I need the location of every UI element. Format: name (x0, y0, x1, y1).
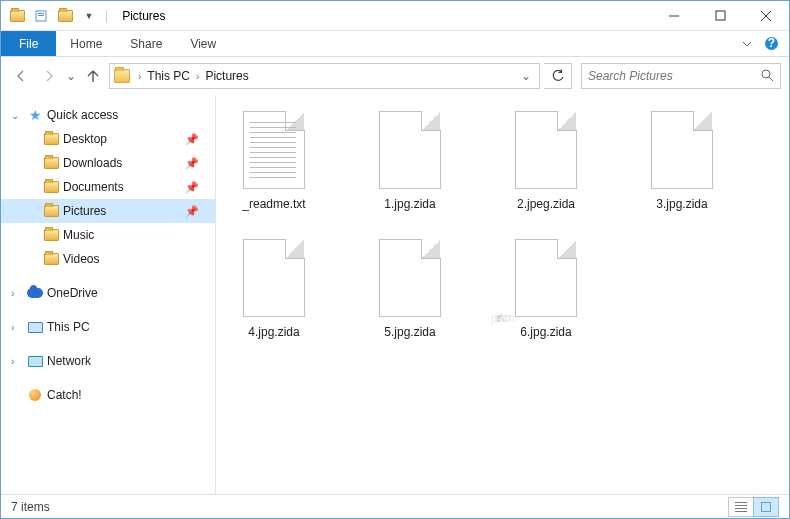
chevron-right-icon[interactable]: › (11, 288, 23, 299)
qat-dropdown-icon[interactable]: ▼ (81, 8, 97, 24)
search-input[interactable] (581, 63, 781, 89)
properties-qat-icon[interactable] (33, 8, 49, 24)
unknown-file-icon (515, 239, 577, 317)
sidebar-item-label: Downloads (63, 156, 122, 170)
new-folder-qat-icon[interactable] (57, 8, 73, 24)
svg-point-9 (762, 70, 770, 78)
sidebar-label: Catch! (47, 388, 82, 402)
file-name: 3.jpg.zida (634, 197, 730, 211)
up-button[interactable] (81, 64, 105, 88)
recent-locations-dropdown[interactable]: ⌄ (65, 69, 77, 83)
unknown-file-icon (515, 111, 577, 189)
file-name: 4.jpg.zida (226, 325, 322, 339)
tab-share[interactable]: Share (116, 31, 176, 56)
sidebar-network[interactable]: ›Network (1, 349, 215, 373)
navigation-row: ⌄ › This PC › Pictures ⌄ (1, 57, 789, 95)
sidebar-quick-access[interactable]: ⌄ ★ Quick access (1, 103, 215, 127)
chevron-right-icon[interactable]: › (11, 322, 23, 333)
pin-icon: 📌 (185, 181, 199, 194)
sidebar-item-pictures[interactable]: Pictures📌 (1, 199, 215, 223)
svg-text:?: ? (767, 36, 774, 50)
file-item[interactable]: 4.jpg.zida (226, 239, 322, 339)
sidebar-item-videos[interactable]: Videos (1, 247, 215, 271)
unknown-file-icon (243, 239, 305, 317)
breadcrumb[interactable]: › This PC › Pictures ⌄ (109, 63, 540, 89)
history-dropdown-icon[interactable]: ⌄ (521, 69, 531, 83)
unknown-file-icon (379, 111, 441, 189)
file-name: _readme.txt (226, 197, 322, 211)
large-icons-view-button[interactable] (753, 497, 779, 517)
file-name: 1.jpg.zida (362, 197, 458, 211)
content-pane[interactable]: pcrisk.com _readme.txt1.jpg.zida2.jpeg.z… (216, 95, 789, 494)
folder-app-icon (9, 8, 25, 24)
ribbon-collapse-icon[interactable] (735, 31, 759, 56)
sidebar-item-documents[interactable]: Documents📌 (1, 175, 215, 199)
sidebar-item-desktop[interactable]: Desktop📌 (1, 127, 215, 151)
unknown-file-icon (651, 111, 713, 189)
details-view-button[interactable] (728, 497, 754, 517)
tab-view[interactable]: View (176, 31, 230, 56)
ribbon-tabs: File Home Share View ? (1, 31, 789, 57)
file-item[interactable]: 3.jpg.zida (634, 111, 730, 211)
svg-rect-4 (716, 11, 725, 20)
chevron-right-icon[interactable]: › (192, 71, 203, 82)
window-title: Pictures (122, 9, 165, 23)
search-field[interactable] (588, 69, 760, 83)
svg-rect-2 (38, 15, 44, 16)
details-view-icon (735, 502, 747, 512)
pin-icon: 📌 (185, 205, 199, 218)
sidebar-item-music[interactable]: Music (1, 223, 215, 247)
sidebar-item-label: Desktop (63, 132, 107, 146)
file-name: 5.jpg.zida (362, 325, 458, 339)
refresh-button[interactable] (544, 63, 572, 89)
star-icon: ★ (27, 107, 43, 123)
tab-file[interactable]: File (1, 31, 56, 56)
file-item[interactable]: 6.jpg.zida (498, 239, 594, 339)
large-icons-icon (761, 502, 771, 512)
sidebar-onedrive[interactable]: ›OneDrive (1, 281, 215, 305)
sidebar-catch[interactable]: Catch! (1, 383, 215, 407)
sidebar-label: OneDrive (47, 286, 98, 300)
maximize-button[interactable] (697, 1, 743, 31)
file-item[interactable]: 2.jpeg.zida (498, 111, 594, 211)
chevron-right-icon[interactable]: › (11, 356, 23, 367)
chevron-right-icon[interactable]: › (134, 71, 145, 82)
sidebar-label: Quick access (47, 108, 118, 122)
file-item[interactable]: 5.jpg.zida (362, 239, 458, 339)
close-button[interactable] (743, 1, 789, 31)
minimize-button[interactable] (651, 1, 697, 31)
search-icon[interactable] (760, 68, 774, 85)
pin-icon: 📌 (185, 157, 199, 170)
file-name: 2.jpeg.zida (498, 197, 594, 211)
unknown-file-icon (379, 239, 441, 317)
status-count: 7 items (11, 500, 50, 514)
file-item[interactable]: _readme.txt (226, 111, 322, 211)
svg-rect-1 (38, 13, 44, 14)
help-button[interactable]: ? (759, 31, 783, 56)
sidebar-this-pc[interactable]: ›This PC (1, 315, 215, 339)
text-file-icon (243, 111, 305, 189)
sidebar-item-downloads[interactable]: Downloads📌 (1, 151, 215, 175)
svg-line-10 (769, 77, 773, 81)
breadcrumb-this-pc[interactable]: This PC (145, 69, 192, 83)
breadcrumb-folder-icon (114, 69, 130, 83)
titlebar: ▼ | Pictures (1, 1, 789, 31)
tab-home[interactable]: Home (56, 31, 116, 56)
navigation-pane: ⌄ ★ Quick access Desktop📌 Downloads📌 Doc… (1, 95, 216, 494)
sidebar-item-label: Pictures (63, 204, 106, 218)
breadcrumb-pictures[interactable]: Pictures (203, 69, 250, 83)
back-button[interactable] (9, 64, 33, 88)
sidebar-label: This PC (47, 320, 90, 334)
chevron-down-icon[interactable]: ⌄ (11, 110, 23, 121)
file-name: 6.jpg.zida (498, 325, 594, 339)
sidebar-label: Network (47, 354, 91, 368)
sidebar-item-label: Documents (63, 180, 124, 194)
sidebar-item-label: Music (63, 228, 94, 242)
pin-icon: 📌 (185, 133, 199, 146)
sidebar-item-label: Videos (63, 252, 99, 266)
file-item[interactable]: 1.jpg.zida (362, 111, 458, 211)
forward-button[interactable] (37, 64, 61, 88)
statusbar: 7 items (1, 494, 789, 518)
